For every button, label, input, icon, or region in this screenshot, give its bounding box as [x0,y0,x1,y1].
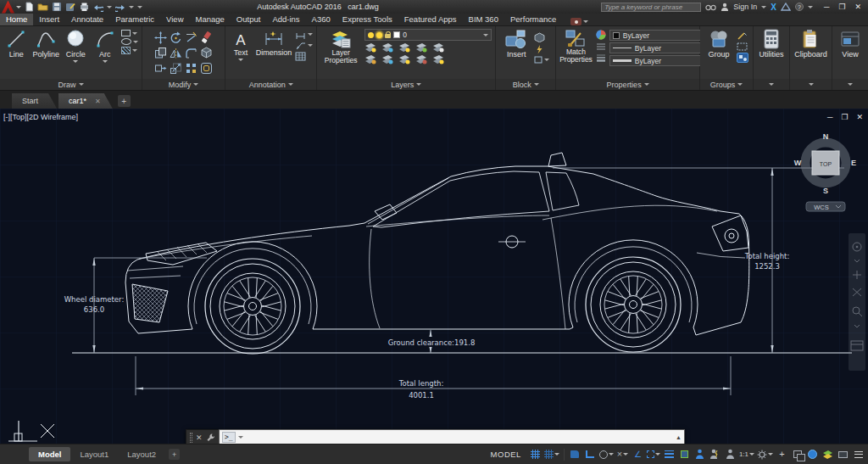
layer-unisolate-icon[interactable] [398,54,410,64]
sign-in-button[interactable]: Sign In [733,3,757,11]
snap-toggle[interactable] [543,447,560,461]
workspace-switching[interactable] [756,447,774,461]
ungroup-icon[interactable] [737,31,748,41]
command-history-icon[interactable]: ▲ [676,434,682,440]
utilities-button[interactable]: Utilities [757,29,786,59]
navigation-bar[interactable] [849,233,865,371]
tab-output[interactable]: Output [231,13,267,25]
block-editor-icon[interactable] [534,56,542,64]
erase-icon[interactable] [199,31,214,45]
explode-icon[interactable] [199,46,214,60]
group-selection-icon[interactable] [737,53,748,63]
search-input[interactable] [601,3,701,12]
redo-caret-icon[interactable] [129,6,134,8]
tab-addins[interactable]: Add-ins [266,13,305,25]
layer-match-icon[interactable] [432,42,444,53]
layers-panel-label[interactable]: Layers [317,79,495,90]
clean-screen-button[interactable] [836,447,850,461]
grid-toggle[interactable] [528,447,542,461]
restore-button[interactable]: ❐ [838,3,845,11]
block-more-caret-icon[interactable] [544,59,549,61]
draw-panel-label[interactable]: Draw [0,79,142,90]
linetype-dropdown[interactable]: ByLayer [609,42,709,53]
new-file-icon[interactable] [25,2,34,12]
search-binoculars-icon[interactable] [705,3,716,11]
annotation-scale-dropdown[interactable]: 1:1 [738,447,755,461]
hatch-icon[interactable] [121,47,131,54]
app-menu-caret-icon[interactable] [16,6,21,8]
new-drawing-tab-button[interactable]: + [118,95,131,107]
object-snap-toggle[interactable] [646,447,661,461]
view-button[interactable]: View [836,29,865,59]
rectangle-icon[interactable] [121,30,131,36]
doc-minimize-button[interactable]: ─ [827,113,832,121]
tab-view[interactable]: View [160,13,189,25]
arc-button[interactable]: Arc [92,29,118,63]
layer-freeze-icon[interactable] [398,42,410,53]
circle-button[interactable]: Circle [63,29,88,63]
stretch-icon[interactable] [153,61,168,75]
clipboard-button[interactable]: Clipboard [793,29,828,59]
drawing-area[interactable]: Total height: 1252.3 Wheel diameter: 636… [0,109,868,444]
qat-customize-caret-icon[interactable] [137,6,142,8]
tab-manage[interactable]: Manage [190,13,231,25]
layer-properties-button[interactable]: Layer Properties [320,29,361,64]
leader-icon[interactable] [295,41,306,50]
annotation-scale-person[interactable] [723,447,737,461]
tab-featured-apps[interactable]: Featured Apps [398,13,463,25]
lineweight-dropdown[interactable]: ByLayer [609,55,709,66]
save-as-icon[interactable] [65,2,75,12]
grip-dots-icon[interactable] [190,433,192,443]
doc-close-button[interactable]: ✕ [856,113,863,121]
layer-prev-icon[interactable] [381,54,393,64]
lineweight-toggle[interactable] [662,447,676,461]
insert-button[interactable]: Insert [502,29,531,59]
object-isolate-pair[interactable] [790,447,804,461]
save-icon[interactable] [52,2,62,12]
object-color-dropdown[interactable]: ByLayer [609,30,709,41]
performance-recorder[interactable] [570,18,588,25]
new-layout-button[interactable]: + [169,449,180,460]
ellipse-icon[interactable] [121,38,131,45]
autocad-logo-icon[interactable] [2,1,14,14]
tab-home[interactable]: Home [0,13,33,25]
match-properties-button[interactable]: Match Properties [559,29,593,64]
line-button[interactable]: Line [3,29,29,59]
sign-in-caret-icon[interactable] [761,6,766,8]
move-icon[interactable] [153,31,168,45]
minimize-button[interactable]: ─ [824,3,829,11]
layer-current-icon[interactable] [364,54,376,64]
scale-icon[interactable] [169,61,183,75]
command-line[interactable]: ✕ >_ ▲ [186,429,685,444]
tab-performance[interactable]: Performance [504,13,562,25]
layer-isolate-icon[interactable] [381,42,393,53]
tab-annotate[interactable]: Annotate [65,13,109,25]
undo-caret-icon[interactable] [107,6,112,8]
command-input-area[interactable]: >_ ▲ [219,429,685,444]
exchange-apps-icon[interactable]: X [771,3,776,12]
copy-icon[interactable] [153,46,168,60]
leader-caret-icon[interactable] [308,44,313,47]
viewport-controls-label[interactable]: [-][Top][2D Wireframe] [3,113,78,121]
undo-icon[interactable] [93,3,103,12]
tab-parametric[interactable]: Parametric [109,13,160,25]
open-folder-icon[interactable] [37,2,48,12]
layer-walk-icon[interactable] [415,54,427,64]
graphics-performance-toggle[interactable] [805,447,820,461]
edit-attributes-icon[interactable] [534,44,545,54]
autoscale-toggle[interactable] [708,447,722,461]
table-icon[interactable] [295,52,306,61]
layout-tab-layout2[interactable]: Layout2 [118,447,165,461]
trim-icon[interactable] [184,31,198,45]
clipboard-panel-label[interactable] [790,79,832,90]
rotate-icon[interactable] [169,31,183,45]
groups-panel-label[interactable]: Groups [700,79,753,90]
hatch-caret-icon[interactable] [132,49,137,52]
redo-icon[interactable] [115,3,125,12]
ortho-toggle[interactable] [583,447,598,461]
layer-state-icon[interactable] [432,54,444,64]
isolate-objects-button[interactable]: + [775,447,789,461]
array-icon[interactable] [184,61,198,75]
infer-constraints-toggle[interactable] [568,447,582,461]
group-button[interactable]: Group [704,29,733,59]
